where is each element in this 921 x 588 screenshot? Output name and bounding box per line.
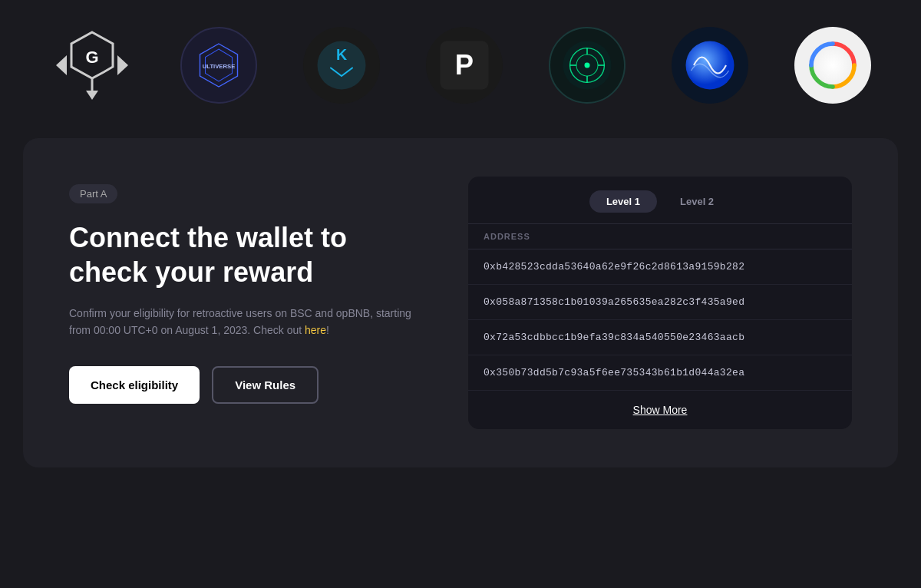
description: Confirm your eligibility for retroactive… <box>69 305 422 339</box>
svg-marker-5 <box>86 91 98 100</box>
ultiverse-logo: ULTIVERSE <box>180 27 257 104</box>
button-group: Check eligibility View Rules <box>69 366 422 404</box>
address-row: 0x058a871358c1b01039a265635ea282c3f435a9… <box>468 285 852 320</box>
kodi-logo: K <box>303 27 380 104</box>
address-row: 0x72a53cdbbcc1b9efa39c834a540550e23463aa… <box>468 320 852 355</box>
left-section: Part A Connect the wallet to check your … <box>69 177 422 404</box>
main-card: Part A Connect the wallet to check your … <box>23 138 898 467</box>
here-link[interactable]: here <box>305 324 326 336</box>
svg-point-22 <box>809 41 857 90</box>
address-table: ADDRESS 0xb428523cdda53640a62e9f26c2d861… <box>468 223 852 390</box>
svg-marker-0 <box>56 55 67 75</box>
svg-text:P: P <box>455 49 474 81</box>
level2-tab[interactable]: Level 2 <box>663 190 731 213</box>
address-row: 0xb428523cdda53640a62e9f26c2d8613a9159b2… <box>468 249 852 285</box>
check-eligibility-button[interactable]: Check eligibility <box>69 366 200 404</box>
part-badge: Part A <box>69 184 117 203</box>
main-title: Connect the wallet to check your reward <box>69 220 422 289</box>
g-logo: G <box>50 23 134 107</box>
svg-text:G: G <box>85 48 98 67</box>
circuit-logo <box>549 27 626 104</box>
logo-strip: G ULTIVERSE K P <box>0 0 921 123</box>
address-column-header: ADDRESS <box>468 223 852 249</box>
show-more-button[interactable]: Show More <box>633 404 688 416</box>
swirl-logo <box>794 27 871 104</box>
p-logo: P <box>426 27 503 104</box>
svg-text:K: K <box>336 46 347 63</box>
proton-logo <box>672 27 748 104</box>
svg-marker-1 <box>117 55 128 75</box>
level1-tab[interactable]: Level 1 <box>589 190 657 213</box>
show-more-row: Show More <box>468 390 852 429</box>
address-row: 0x350b73dd5b7c93a5f6ee735343b61b1d044a32… <box>468 355 852 390</box>
view-rules-button[interactable]: View Rules <box>212 366 319 404</box>
address-panel: Level 1 Level 2 ADDRESS 0xb428523cdda536… <box>468 177 852 429</box>
level-tabs: Level 1 Level 2 <box>468 177 852 223</box>
svg-text:ULTIVERSE: ULTIVERSE <box>203 63 236 70</box>
svg-point-20 <box>585 63 590 68</box>
